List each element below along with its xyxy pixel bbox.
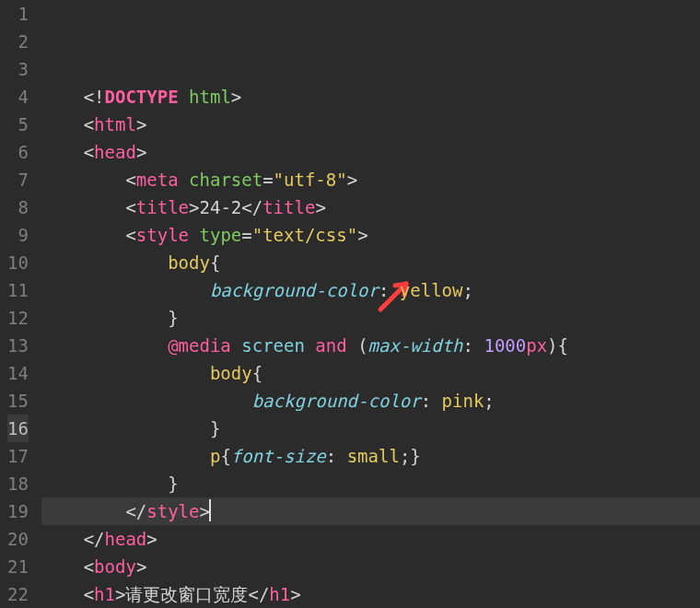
token-punct: > bbox=[315, 197, 325, 217]
token-attr: html bbox=[189, 87, 231, 107]
token-punct: > bbox=[115, 584, 125, 604]
code-line[interactable]: <style type="text/css"> bbox=[41, 221, 700, 249]
token-p bbox=[179, 170, 189, 190]
code-line[interactable]: } bbox=[41, 470, 700, 497]
token-p bbox=[189, 225, 199, 245]
token-brace: } bbox=[210, 418, 220, 438]
code-editor[interactable]: 12345678910111213141516171819202122 <!DO… bbox=[0, 0, 700, 608]
line-number: 13 bbox=[7, 332, 29, 359]
token-punct: < bbox=[84, 114, 94, 134]
code-line[interactable]: <head> bbox=[41, 138, 700, 166]
token-attr: charset bbox=[189, 170, 262, 190]
token-sel: body bbox=[210, 363, 252, 383]
code-line[interactable]: body{ bbox=[41, 359, 700, 387]
token-num: 1000 bbox=[484, 335, 526, 356]
token-attr: type bbox=[200, 225, 242, 245]
code-line[interactable]: } bbox=[41, 415, 700, 442]
code-area[interactable]: <!DOCTYPE html> <html> <head> <meta char… bbox=[41, 0, 700, 608]
token-tag: head bbox=[94, 142, 136, 162]
token-punct: </ bbox=[125, 501, 146, 521]
token-p bbox=[41, 529, 84, 549]
token-punct: > bbox=[189, 197, 199, 217]
token-p bbox=[41, 418, 210, 438]
token-p bbox=[231, 335, 241, 356]
token-semi: : bbox=[421, 391, 442, 411]
token-p bbox=[305, 335, 315, 356]
token-and: and bbox=[315, 335, 346, 356]
token-p bbox=[41, 501, 126, 521]
code-line[interactable]: <meta charset="utf-8"> bbox=[41, 166, 700, 193]
code-line[interactable]: p{font-size: small;} bbox=[41, 442, 700, 470]
token-punct: = bbox=[262, 170, 273, 190]
token-tag: head bbox=[105, 529, 147, 549]
token-atkw: @media bbox=[168, 335, 231, 356]
token-text: 请更改窗口宽度 bbox=[125, 584, 248, 604]
token-punct: < bbox=[84, 142, 94, 162]
code-line[interactable]: background-color: pink; bbox=[41, 387, 700, 415]
line-number: 16 bbox=[7, 415, 29, 442]
token-cssval: small bbox=[347, 446, 400, 466]
token-p bbox=[41, 170, 126, 190]
token-p bbox=[41, 280, 210, 300]
token-punct: </ bbox=[84, 529, 105, 549]
code-line[interactable]: } bbox=[41, 304, 700, 332]
token-punct: <! bbox=[84, 87, 105, 107]
token-punct: </ bbox=[241, 197, 262, 217]
line-number: 19 bbox=[7, 497, 29, 525]
token-punct: > bbox=[136, 556, 146, 577]
line-number: 12 bbox=[7, 304, 29, 332]
line-number: 11 bbox=[7, 276, 29, 304]
token-p bbox=[41, 308, 168, 328]
line-number: 21 bbox=[7, 553, 29, 580]
line-number: 4 bbox=[7, 83, 29, 111]
code-line[interactable]: <!DOCTYPE html> bbox=[41, 83, 700, 111]
code-line[interactable]: body{ bbox=[41, 249, 700, 276]
token-brace: } bbox=[168, 474, 178, 494]
token-p bbox=[41, 114, 84, 134]
line-number: 20 bbox=[7, 525, 29, 553]
line-number: 6 bbox=[7, 138, 29, 166]
token-p bbox=[41, 446, 210, 466]
code-line[interactable]: <html> bbox=[41, 111, 700, 138]
code-line[interactable]: @media screen and (max-width: 1000px){ bbox=[41, 332, 700, 359]
code-line[interactable]: <body> bbox=[41, 553, 700, 580]
token-punct: > bbox=[136, 142, 146, 162]
token-semi: ; bbox=[400, 446, 410, 466]
code-line[interactable]: background-color: yellow; bbox=[41, 276, 700, 304]
code-line[interactable]: <h1>请更改窗口宽度</h1> bbox=[41, 580, 700, 608]
token-tag: html bbox=[94, 114, 136, 134]
token-p bbox=[41, 556, 84, 577]
line-number: 22 bbox=[7, 580, 29, 608]
token-brace: { bbox=[210, 252, 220, 273]
line-number-gutter: 12345678910111213141516171819202122 bbox=[0, 0, 41, 608]
line-number: 5 bbox=[7, 111, 29, 138]
code-line[interactable]: </head> bbox=[41, 525, 700, 553]
token-semi: : bbox=[326, 446, 347, 466]
line-number: 3 bbox=[7, 55, 29, 83]
line-number: 18 bbox=[7, 470, 29, 497]
token-semi: ; bbox=[462, 280, 472, 300]
token-paren: ) bbox=[547, 335, 557, 356]
line-number: 15 bbox=[7, 387, 29, 415]
token-semi: ; bbox=[484, 391, 494, 411]
token-text: 24-2 bbox=[200, 197, 242, 217]
token-p bbox=[41, 335, 168, 356]
token-p bbox=[41, 87, 84, 107]
token-sel: p bbox=[210, 446, 220, 466]
token-tag: title bbox=[262, 197, 315, 217]
token-tag: style bbox=[136, 225, 189, 245]
line-number: 17 bbox=[7, 442, 29, 470]
token-sel: body bbox=[168, 252, 210, 273]
token-brace: { bbox=[252, 363, 262, 383]
token-feat: max-width bbox=[368, 335, 463, 356]
token-tag: style bbox=[146, 501, 199, 521]
code-line[interactable]: </style> bbox=[41, 497, 700, 525]
token-p bbox=[41, 225, 126, 245]
token-p bbox=[347, 335, 357, 356]
code-line[interactable]: <title>24-2</title> bbox=[41, 193, 700, 221]
token-semi: : bbox=[379, 280, 400, 300]
token-p bbox=[41, 363, 210, 383]
text-cursor bbox=[209, 499, 211, 521]
line-number: 7 bbox=[7, 166, 29, 193]
token-cssval: yellow bbox=[400, 280, 463, 300]
